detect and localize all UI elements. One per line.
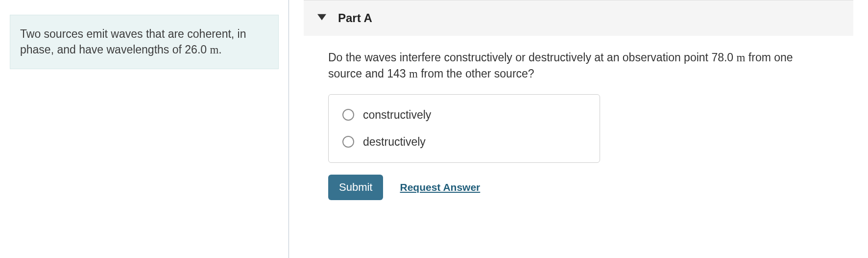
q-seg-c: from the other source?: [418, 67, 534, 80]
part-header[interactable]: Part A: [304, 0, 853, 36]
right-panel: Part A Do the waves interfere constructi…: [289, 0, 868, 258]
prompt-unit: m: [210, 44, 218, 56]
request-answer-link[interactable]: Request Answer: [400, 181, 480, 193]
option-destructively[interactable]: destructively: [329, 129, 600, 155]
answer-options: constructively destructively: [328, 94, 600, 163]
option-constructively[interactable]: constructively: [329, 102, 600, 129]
question-body: Do the waves interfere constructively or…: [304, 50, 853, 200]
submit-button[interactable]: Submit: [328, 175, 383, 200]
question-text: Do the waves interfere constructively or…: [328, 50, 829, 82]
left-panel: Two sources emit waves that are coherent…: [0, 0, 289, 258]
part-title: Part A: [338, 11, 372, 25]
option-label: destructively: [363, 135, 426, 149]
svg-marker-0: [317, 14, 326, 21]
q-unit-1: m: [737, 52, 746, 64]
radio-icon: [342, 136, 354, 148]
problem-statement: Two sources emit waves that are coherent…: [10, 15, 279, 69]
action-row: Submit Request Answer: [328, 175, 829, 200]
question-layout: Two sources emit waves that are coherent…: [0, 0, 868, 258]
prompt-suffix: .: [218, 43, 221, 56]
q-seg-a: Do the waves interfere constructively or…: [328, 51, 737, 64]
option-label: constructively: [363, 108, 431, 122]
q-unit-2: m: [409, 68, 418, 80]
radio-icon: [342, 109, 354, 121]
chevron-down-icon: [317, 14, 326, 23]
